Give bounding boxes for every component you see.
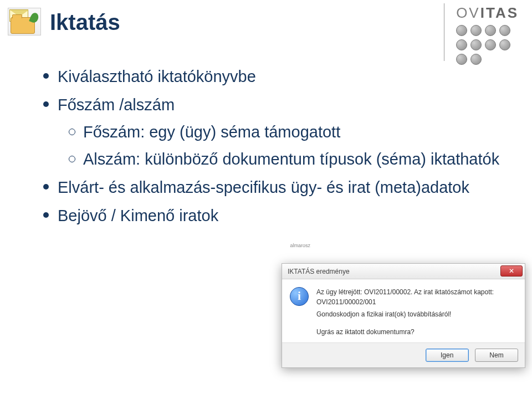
- dialog-no-button[interactable]: Nem: [475, 349, 518, 362]
- brand-dot: [499, 39, 510, 50]
- brand-logo-text: OVITAS: [456, 4, 519, 22]
- bullet-item: Bejövő / Kimenő iratok: [43, 203, 509, 228]
- brand-dot: [470, 39, 482, 50]
- sub-bullet-text: Alszám: különböző dokumentum típusok (sé…: [83, 150, 499, 168]
- brand-logo-bold: ITAS: [480, 4, 519, 21]
- brand-dot-grid: [456, 25, 519, 66]
- bullet-text: Bejövő / Kimenő iratok: [58, 207, 218, 224]
- dialog-question: Ugrás az iktatott dokumentumra?: [316, 327, 517, 337]
- bullet-item: Elvárt- és alkalmazás-specifikus ügy- és…: [43, 175, 509, 200]
- bullet-text: Elvárt- és alkalmazás-specifikus ügy- és…: [58, 178, 469, 196]
- bullet-text: Kiválasztható iktatókönyvbe: [58, 68, 256, 85]
- dialog-close-button[interactable]: ✕: [500, 265, 523, 277]
- slide-topic-icon: [8, 8, 41, 35]
- brand-logo-prefix: OV: [456, 4, 480, 21]
- sub-bullet-item: Alszám: különböző dokumentum típusok (sé…: [58, 147, 509, 172]
- background-small-label: almarosz: [290, 243, 310, 248]
- bullet-item: Kiválasztható iktatókönyvbe: [43, 64, 509, 89]
- brand-dot: [456, 54, 467, 65]
- dialog-title-text: IKTATÁS eredménye: [288, 268, 350, 275]
- bullet-item: Főszám /alszám Főszám: egy (ügy) séma tá…: [43, 93, 509, 172]
- brand-dot: [456, 39, 467, 50]
- bullet-text: Főszám /alszám: [58, 96, 175, 114]
- bullet-list: Kiválasztható iktatókönyvbe Főszám /alsz…: [43, 64, 509, 232]
- brand-dot: [456, 25, 467, 36]
- sub-bullet-text: Főszám: egy (ügy) séma támogatott: [83, 123, 340, 141]
- brand-dot: [485, 39, 496, 50]
- brand-dot: [470, 25, 482, 36]
- brand-dot: [485, 25, 496, 36]
- dialog-titlebar: IKTATÁS eredménye ✕: [282, 264, 525, 279]
- close-icon: ✕: [509, 267, 514, 275]
- brand-dot: [470, 54, 482, 65]
- dialog-message-line2: Gondoskodjon a fizikai irat(ok) továbbít…: [316, 309, 517, 319]
- dialog-message: Az ügy létrejött: OVI2011/00002. Az irat…: [316, 287, 517, 337]
- page-title: Iktatás: [50, 10, 120, 35]
- sub-bullet-list: Főszám: egy (ügy) séma támogatott Alszám…: [58, 120, 509, 172]
- logo-divider: [444, 3, 444, 61]
- dialog-message-line1: Az ügy létrejött: OVI2011/00002. Az irat…: [316, 287, 517, 307]
- brand-logo: OVITAS: [456, 4, 519, 66]
- result-dialog: IKTATÁS eredménye ✕ Az ügy létrejött: OV…: [282, 263, 525, 368]
- brand-dot: [499, 25, 510, 36]
- sub-bullet-item: Főszám: egy (ügy) séma támogatott: [58, 120, 509, 145]
- info-icon: [290, 287, 309, 306]
- dialog-body: Az ügy létrejött: OVI2011/00002. Az irat…: [282, 279, 525, 342]
- dialog-button-row: Igen Nem: [282, 342, 525, 367]
- dialog-yes-button[interactable]: Igen: [426, 349, 469, 362]
